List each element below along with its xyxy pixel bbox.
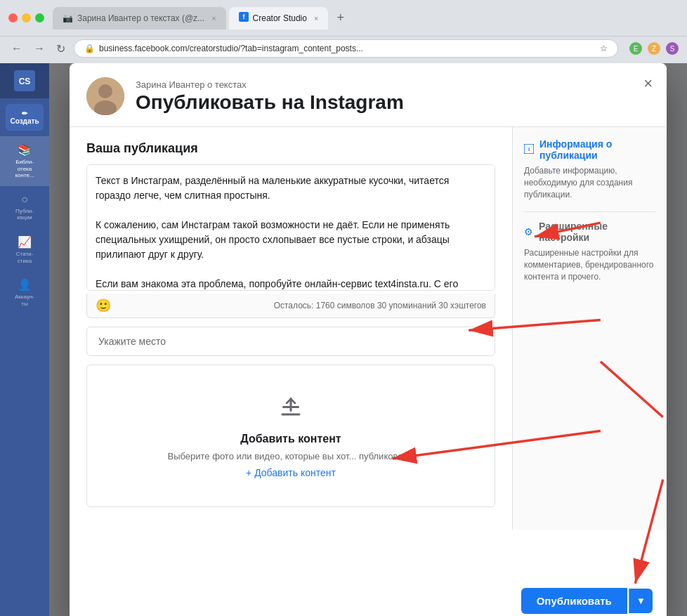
create-button[interactable]: ✏ Создать: [6, 104, 44, 131]
app-wrapper: CS ✏ Создать 📚 Библи-отекаконте... ○ Пуб…: [0, 63, 687, 616]
sidebar-item-library[interactable]: 📚 Библи-отекаконте...: [0, 136, 49, 186]
settings-icon: ⚙: [524, 226, 533, 237]
sidebar-logo: CS: [0, 63, 49, 98]
post-text-input[interactable]: [86, 164, 495, 291]
textarea-footer: 🙂 Осталось: 1760 символов 30 упоминаний …: [86, 294, 495, 318]
sidebar-stats-label: Стати-стика: [16, 251, 33, 264]
sidebar-publish-label: Публи-кации: [15, 208, 34, 221]
info-icon: i: [524, 144, 534, 156]
tab-creator-studio[interactable]: f Creator Studio ×: [229, 7, 329, 30]
svg-text:i: i: [528, 146, 530, 152]
forward-button[interactable]: →: [31, 41, 48, 56]
sidebar-item-stats[interactable]: 📈 Стати-стика: [0, 228, 49, 271]
publication-info-title: Информация о публикации: [539, 138, 655, 161]
modal-header: Зарина Ивантер о текстах Опубликовать на…: [70, 63, 667, 127]
close-traffic-light[interactable]: [8, 13, 18, 22]
tab-instagram[interactable]: 📷 Зарина Ивантер о текстах (@z... ×: [53, 7, 226, 30]
traffic-lights: [8, 13, 44, 22]
advanced-settings-section: ⚙ Расширенные настройки Расширенные наст…: [524, 221, 655, 282]
advanced-settings-desc: Расширенные настройки для комментариев, …: [524, 247, 655, 282]
new-tab-button[interactable]: +: [331, 11, 350, 25]
back-button[interactable]: ←: [8, 41, 25, 56]
extensions-icon: E: [629, 42, 642, 55]
modal-footer: Опубликовать ▼: [507, 577, 667, 616]
address-text: business.facebook.com/creatorstudio/?tab…: [99, 44, 596, 53]
modal-header-text: Зарина Ивантер о текстах Опубликовать на…: [136, 79, 650, 114]
location-placeholder-text: Укажите место: [98, 336, 166, 347]
main-content: Зарина Ивантер о текстах Опубликовать на…: [49, 63, 687, 616]
lock-icon: 🔒: [84, 44, 95, 53]
publish-button[interactable]: Опубликовать: [521, 588, 627, 614]
sidebar-library-label: Библи-отекаконте...: [15, 159, 34, 179]
upload-title: Добавить контент: [240, 433, 341, 445]
modal: Зарина Ивантер о текстах Опубликовать на…: [70, 63, 667, 616]
publication-info-desc: Добавьте информацию, необходимую для соз…: [524, 165, 655, 200]
modal-account-name: Зарина Ивантер о текстах: [136, 79, 650, 90]
publish-dropdown-button[interactable]: ▼: [629, 589, 653, 613]
modal-left-panel: Ваша публикация 🙂 Осталось: 1760 символо…: [70, 127, 512, 530]
advanced-settings-header: ⚙ Расширенные настройки: [524, 221, 655, 243]
browser-toolbar-icons: E Z S: [629, 42, 679, 55]
upload-icon: [277, 393, 305, 427]
account-icon: 👤: [18, 278, 32, 291]
library-icon: 📚: [18, 143, 32, 157]
modal-body: Ваша публикация 🙂 Осталось: 1760 символо…: [70, 127, 667, 530]
svg-point-5: [98, 84, 112, 98]
sidebar-item-publish[interactable]: ○ Публи-кации: [0, 186, 49, 228]
sidebar: CS ✏ Создать 📚 Библи-отекаконте... ○ Пуб…: [0, 63, 49, 616]
instagram-tab-icon: 📷: [63, 13, 73, 23]
bookmark-icon: ☆: [600, 44, 608, 53]
minimize-traffic-light[interactable]: [22, 13, 31, 22]
modal-right-panel: i Информация о публикации Добавьте инфор…: [512, 127, 667, 530]
modal-close-button[interactable]: ×: [643, 74, 653, 93]
char-count: Осталось: 1760 символов 30 упоминаний 30…: [274, 301, 486, 310]
svg-text:CS: CS: [19, 77, 31, 86]
creator-tab-close[interactable]: ×: [314, 14, 318, 22]
avatar-image: [86, 77, 124, 115]
modal-title: Опубликовать на Instagram: [136, 91, 650, 114]
create-icon: ✏: [22, 110, 27, 117]
avatar: [86, 77, 124, 115]
content-upload-area: Добавить контент Выберите фото или видео…: [86, 365, 495, 507]
address-bar-row: ← → ↻ 🔒 business.facebook.com/creatorstu…: [0, 37, 687, 63]
profile-icon: Z: [648, 42, 660, 55]
address-bar[interactable]: 🔒 business.facebook.com/creatorstudio/?t…: [74, 39, 618, 58]
location-field[interactable]: Укажите место: [86, 327, 495, 356]
sidebar-item-account[interactable]: 👤 Аккаун-ты: [0, 271, 49, 314]
instagram-tab-close[interactable]: ×: [211, 14, 216, 22]
publish-icon: ○: [21, 193, 28, 206]
emoji-button[interactable]: 🙂: [96, 298, 111, 313]
reload-button[interactable]: ↻: [53, 41, 68, 57]
shield-icon: S: [666, 42, 679, 55]
publication-info-header: i Информация о публикации: [524, 138, 655, 161]
upload-link[interactable]: + Добавить контент: [246, 467, 336, 478]
publication-info-section: i Информация о публикации Добавьте инфор…: [524, 138, 655, 200]
right-panel-divider: [524, 211, 655, 212]
sidebar-account-label: Аккаун-ты: [15, 294, 34, 307]
upload-subtitle: Выберите фото или видео, которые вы хот.…: [168, 451, 414, 461]
creator-tab-icon: f: [239, 12, 249, 24]
browser-chrome: 📷 Зарина Ивантер о текстах (@z... × f Cr…: [0, 0, 687, 37]
tab-bar: 📷 Зарина Ивантер о текстах (@z... × f Cr…: [53, 7, 679, 30]
instagram-tab-label: Зарина Ивантер о текстах (@z...: [77, 13, 204, 23]
modal-overlay: Зарина Ивантер о текстах Опубликовать на…: [49, 63, 687, 616]
your-post-title: Ваша публикация: [86, 141, 495, 156]
creator-tab-label: Creator Studio: [253, 13, 307, 23]
stats-icon: 📈: [18, 235, 32, 249]
advanced-settings-title: Расширенные настройки: [539, 221, 655, 243]
fullscreen-traffic-light[interactable]: [35, 13, 44, 22]
